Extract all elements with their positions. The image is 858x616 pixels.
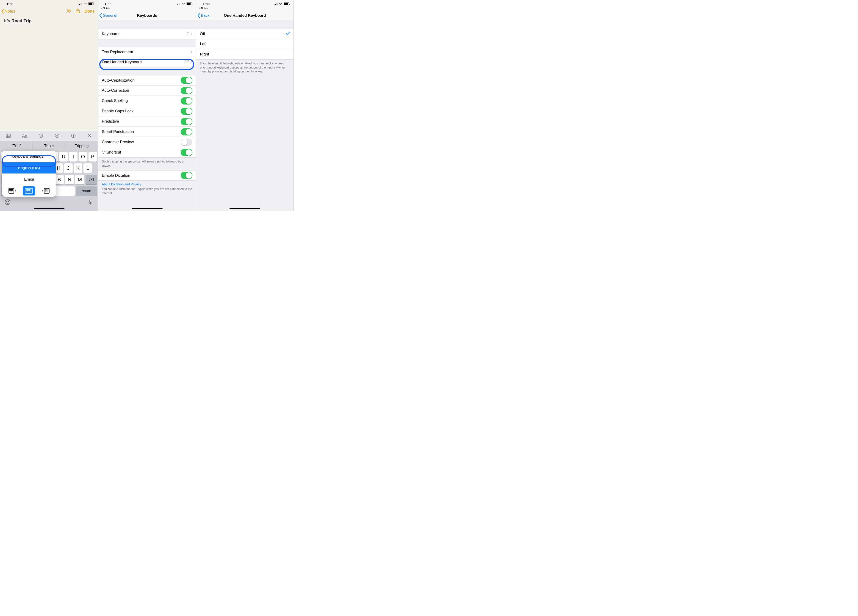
suggestion-3[interactable]: Tripping	[65, 141, 98, 151]
keyboard-mode-right[interactable]	[39, 186, 52, 196]
row-enable-dictation[interactable]: Enable Dictation	[98, 170, 196, 181]
key-l[interactable]: L	[84, 163, 92, 173]
key-u[interactable]: U	[59, 152, 68, 161]
dictation-footer: You can use Dictation for English when y…	[98, 187, 196, 198]
row-option-right[interactable]: Right	[196, 49, 294, 60]
toggle-char-preview[interactable]	[181, 139, 193, 146]
row-auto-capitalization[interactable]: Auto-Capitalization	[98, 75, 196, 85]
nav-back-button[interactable]: Back	[197, 10, 210, 21]
settings-nav: Back One Handed Keyboard	[196, 10, 294, 21]
chevron-right-icon	[191, 50, 193, 53]
svg-rect-41	[48, 191, 48, 191]
popover-keyboard-settings[interactable]: Keyboard Settings...	[2, 151, 56, 162]
row-keyboards[interactable]: Keyboards 2	[98, 29, 196, 39]
home-indicator[interactable]	[34, 208, 64, 209]
wifi-icon	[83, 3, 87, 5]
dictation-privacy-link[interactable]: About Dictation and Privacy…	[98, 181, 196, 187]
key-b[interactable]: B	[54, 175, 64, 185]
dictation-icon[interactable]	[87, 199, 93, 206]
row-label: Keyboards	[102, 32, 120, 36]
row-option-left[interactable]: Left	[196, 39, 294, 49]
text-cursor	[32, 19, 32, 23]
suggestion-2[interactable]: Triple	[33, 141, 65, 151]
add-icon[interactable]	[54, 133, 60, 139]
toggle-check-spell[interactable]	[181, 98, 193, 104]
row-label: Smart Punctuation	[102, 129, 134, 134]
popover-english[interactable]: English (US)	[2, 162, 56, 174]
row-label: Auto-Capitalization	[102, 78, 135, 83]
toggle-auto-cap[interactable]	[181, 77, 193, 84]
wifi-icon	[181, 3, 185, 5]
svg-rect-39	[46, 191, 47, 191]
breadcrumb-notes[interactable]: Notes	[196, 7, 294, 10]
battery-icon	[88, 3, 94, 5]
checklist-icon[interactable]	[38, 133, 44, 139]
share-icon[interactable]	[75, 8, 80, 14]
svg-rect-30	[30, 191, 30, 191]
backspace-key[interactable]	[85, 175, 97, 185]
chevron-right-icon	[191, 32, 193, 35]
row-text-replacement[interactable]: Text Replacement	[98, 47, 196, 57]
nav-back-label: Back	[201, 13, 210, 18]
home-indicator[interactable]	[230, 208, 260, 209]
row-character-preview[interactable]: Character Preview	[98, 137, 196, 147]
toggle-predictive[interactable]	[181, 118, 193, 125]
suggestion-1[interactable]: “Trip”	[0, 141, 33, 151]
formatting-toolbar: Aa	[0, 131, 98, 141]
emoji-icon[interactable]	[5, 199, 11, 206]
toggle-shortcut[interactable]	[181, 149, 193, 156]
row-option-off[interactable]: Off	[196, 29, 294, 39]
svg-rect-37	[48, 189, 48, 190]
row-enable-caps-lock[interactable]: Enable Caps Lock	[98, 106, 196, 116]
notes-toolbar: Notes Done	[0, 7, 98, 17]
text-style-icon[interactable]: Aa	[22, 133, 27, 139]
row-period-shortcut[interactable]: “.” Shortcut	[98, 147, 196, 158]
row-auto-correction[interactable]: Auto-Correction	[98, 85, 196, 96]
key-m[interactable]: M	[75, 175, 84, 185]
svg-rect-24	[28, 189, 29, 190]
svg-rect-20	[10, 192, 12, 192]
row-label: Left	[200, 42, 206, 46]
markup-icon[interactable]	[71, 133, 76, 139]
svg-point-8	[6, 201, 7, 202]
key-i[interactable]: I	[69, 152, 78, 161]
row-smart-punctuation[interactable]: Smart Punctuation	[98, 127, 196, 137]
nav-back-general[interactable]: General	[99, 10, 117, 21]
notes-back-button[interactable]: Notes	[1, 9, 16, 14]
key-j[interactable]: J	[64, 163, 73, 173]
home-indicator[interactable]	[132, 208, 163, 209]
status-icons	[78, 3, 94, 5]
status-bar: 1:00	[98, 0, 196, 7]
toggle-smart-punc[interactable]	[181, 128, 193, 135]
toggle-auto-corr[interactable]	[181, 87, 193, 94]
keyboard-mode-full[interactable]	[23, 186, 35, 196]
key-p[interactable]: P	[89, 152, 97, 161]
row-label: Text Replacement	[102, 50, 133, 54]
nav-title: One Handed Keyboard	[224, 13, 266, 18]
close-icon[interactable]	[87, 133, 92, 139]
svg-rect-10	[90, 200, 91, 203]
key-o[interactable]: O	[79, 152, 87, 161]
toggle-caps-lock[interactable]	[181, 108, 193, 115]
key-k[interactable]: K	[74, 163, 82, 173]
svg-point-0	[67, 9, 69, 11]
row-predictive[interactable]: Predictive	[98, 116, 196, 127]
row-label: Enable Caps Lock	[102, 109, 134, 113]
popover-emoji[interactable]: Emoji	[2, 174, 56, 185]
row-one-handed-keyboard[interactable]: One Handed Keyboard Off	[98, 57, 196, 67]
toggle-dictation[interactable]	[181, 172, 193, 179]
note-body[interactable]: It's Road Trip	[0, 17, 98, 131]
row-detail: Off	[183, 60, 189, 64]
row-check-spelling[interactable]: Check Spelling	[98, 96, 196, 106]
keyboard-mode-left[interactable]	[6, 186, 19, 196]
keyboards-settings-panel: 1:00 Notes General Keyboards Keyboards 2…	[98, 0, 196, 211]
svg-rect-19	[12, 191, 13, 191]
key-n[interactable]: N	[65, 175, 74, 185]
table-icon[interactable]	[6, 133, 11, 139]
add-person-icon[interactable]	[66, 8, 71, 14]
done-button[interactable]: Done	[84, 9, 95, 14]
status-time: 1:00	[203, 2, 210, 6]
breadcrumb-notes[interactable]: Notes	[98, 7, 196, 10]
svg-rect-25	[30, 189, 30, 190]
return-key[interactable]: return	[76, 186, 97, 196]
